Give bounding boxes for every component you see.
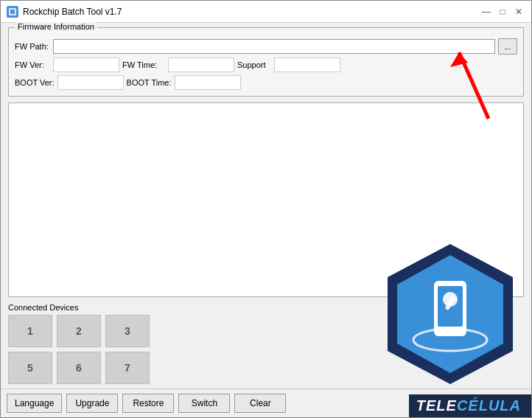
app-icon bbox=[7, 6, 18, 18]
device-slot-3[interactable]: 3 bbox=[105, 315, 150, 347]
devices-label: Connected Devices bbox=[8, 303, 524, 312]
support-input[interactable] bbox=[274, 58, 340, 72]
maximize-button[interactable]: □ bbox=[496, 5, 509, 18]
device-slot-7[interactable]: 7 bbox=[105, 352, 150, 384]
restore-button[interactable]: Restore bbox=[122, 394, 174, 413]
firmware-group: Firmware Information FW Path: ... FW Ver… bbox=[8, 27, 524, 97]
minimize-button[interactable]: — bbox=[480, 5, 493, 18]
window-title: Rockchip Batch Tool v1.7 bbox=[23, 7, 122, 17]
device-slot-2[interactable]: 2 bbox=[57, 315, 101, 347]
svg-rect-1 bbox=[10, 10, 15, 14]
fw-ver-row: FW Ver: FW Time: Support bbox=[15, 58, 517, 72]
fw-path-label: FW Path: bbox=[15, 42, 50, 51]
boot-ver-label: BOOT Ver: bbox=[15, 78, 55, 87]
fw-time-label: FW Time: bbox=[122, 60, 165, 69]
boot-time-input[interactable] bbox=[175, 75, 241, 90]
brand-celula: CÉLULA bbox=[457, 397, 521, 414]
title-bar: Rockchip Batch Tool v1.7 — □ ✕ bbox=[1, 1, 531, 23]
fw-path-row: FW Path: ... bbox=[15, 38, 517, 55]
browse-button[interactable]: ... bbox=[498, 38, 517, 55]
fw-time-input[interactable] bbox=[168, 58, 234, 72]
device-slot-5[interactable]: 5 bbox=[8, 352, 52, 384]
boot-ver-input[interactable] bbox=[57, 75, 124, 90]
device-slot-1[interactable]: 1 bbox=[8, 315, 52, 347]
log-area bbox=[8, 102, 524, 297]
devices-grid: 1 2 3 bbox=[8, 315, 524, 347]
boot-time-label: BOOT Time: bbox=[127, 78, 172, 87]
main-content: Firmware Information FW Path: ... FW Ver… bbox=[1, 23, 531, 389]
switch-button[interactable]: Switch bbox=[178, 394, 230, 413]
clear-button[interactable]: Clear bbox=[234, 394, 286, 413]
boot-ver-row: BOOT Ver: BOOT Time: bbox=[15, 75, 517, 90]
upgrade-button[interactable]: Upgrade bbox=[66, 394, 118, 413]
brand-tele: TELE bbox=[416, 397, 457, 414]
firmware-group-label: Firmware Information bbox=[15, 22, 97, 31]
devices-section: Connected Devices 1 2 3 5 6 7 bbox=[8, 303, 524, 384]
brand-bar: TELE CÉLULA bbox=[409, 394, 531, 417]
close-button[interactable]: ✕ bbox=[512, 5, 525, 18]
support-label: Support bbox=[237, 60, 271, 69]
fw-ver-input[interactable] bbox=[53, 58, 119, 72]
window-controls: — □ ✕ bbox=[480, 5, 525, 18]
fw-ver-label: FW Ver: bbox=[15, 60, 50, 69]
devices-grid-2: 5 6 7 bbox=[8, 352, 524, 384]
fw-path-input[interactable] bbox=[53, 39, 495, 54]
device-slot-6[interactable]: 6 bbox=[57, 352, 101, 384]
language-button[interactable]: Language bbox=[7, 394, 62, 413]
